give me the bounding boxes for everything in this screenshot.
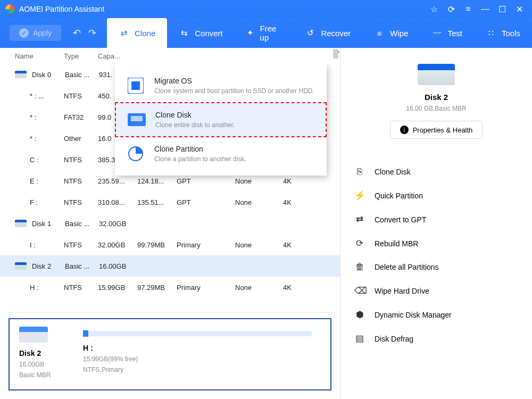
cell-partition-type: Primary bbox=[177, 284, 235, 292]
action-icon: ⚡ bbox=[354, 190, 365, 201]
action-icon: ⎘ bbox=[354, 167, 365, 177]
clone-menu-migrate-os[interactable]: Migrate OS Clone system and boot partiti… bbox=[115, 69, 327, 102]
app-logo-icon bbox=[5, 4, 15, 14]
divider bbox=[9, 312, 331, 313]
cell-sector: 4K bbox=[283, 198, 315, 206]
clone-menu-clone-disk[interactable]: Clone Disk Clone entire disk to another. bbox=[115, 102, 327, 137]
detail-disk-size: 16.00GB bbox=[19, 361, 62, 368]
cell-partition-type: GPT bbox=[177, 177, 235, 185]
svg-rect-1 bbox=[131, 81, 140, 90]
cell-capacity: 235.59... bbox=[98, 177, 137, 185]
side-action-clone-disk[interactable]: ⎘Clone Disk bbox=[351, 160, 521, 184]
minimize-icon[interactable]: — bbox=[478, 2, 493, 16]
disk-row[interactable]: Disk 2Basic ...16.00GB bbox=[0, 255, 340, 277]
cell-name: H : bbox=[30, 284, 64, 292]
cell-capacity: 16.00GB bbox=[99, 262, 138, 270]
detail-part-title: H : bbox=[83, 344, 312, 352]
toolbar-wipe[interactable]: ≡Wipe bbox=[362, 18, 420, 48]
partition-row[interactable]: H :NTFS15.99GB97.29MBPrimaryNone4K bbox=[0, 277, 340, 298]
col-type[interactable]: Type bbox=[64, 52, 98, 60]
title-bar: AOMEI Partition Assistant ☆ ⟳ ≡ — ☐ ✕ bbox=[0, 0, 532, 18]
apply-button[interactable]: ✓ Apply bbox=[10, 25, 61, 41]
toolbar-clone[interactable]: ⇄Clone bbox=[107, 18, 167, 48]
maximize-icon[interactable]: ☐ bbox=[495, 2, 510, 16]
disk-icon bbox=[19, 327, 48, 343]
cell-capacity: 310.08... bbox=[98, 198, 137, 206]
wipe-icon: ≡ bbox=[374, 28, 385, 38]
cell-type: FAT32 bbox=[64, 113, 98, 121]
clone-menu-icon bbox=[127, 77, 145, 95]
scroll-thumb[interactable] bbox=[333, 49, 338, 59]
test-icon: 〰 bbox=[431, 28, 442, 38]
apply-label: Apply bbox=[33, 29, 52, 37]
partition-row[interactable]: I :NTFS32.00GB99.79MBPrimaryNone4K bbox=[0, 234, 340, 255]
app-title: AOMEI Partition Assistant bbox=[19, 5, 427, 13]
disk-icon bbox=[418, 64, 455, 85]
properties-label: Properties & Health bbox=[413, 126, 473, 134]
action-icon: ⟳ bbox=[354, 238, 365, 249]
side-action-convert-to-gpt[interactable]: ⇄Convert to GPT bbox=[351, 207, 521, 231]
disk-icon bbox=[15, 262, 27, 270]
toolbar-test[interactable]: 〰Test bbox=[420, 18, 474, 48]
clone-menu-icon bbox=[127, 145, 145, 163]
cell-free: 99.79MB bbox=[137, 241, 177, 249]
toolbar-tools[interactable]: ∷Tools bbox=[474, 18, 532, 48]
cell-name: Disk 1 bbox=[32, 220, 65, 228]
action-icon: ⇄ bbox=[354, 214, 365, 225]
cell-partition-type: GPT bbox=[177, 198, 235, 206]
detail-disk-title: Disk 2 bbox=[19, 349, 62, 358]
action-label: Clone Disk bbox=[375, 168, 411, 176]
cell-type: NTFS bbox=[64, 284, 98, 292]
side-action-dynamic-disk-manager[interactable]: ⬢Dynamic Disk Manager bbox=[351, 303, 521, 327]
cell-partition-type: Primary bbox=[177, 241, 235, 249]
clone-menu-title: Migrate OS bbox=[154, 77, 314, 85]
cell-name: Disk 2 bbox=[32, 262, 65, 270]
toolbar-label: Convert bbox=[195, 29, 223, 38]
redo-icon[interactable]: ↷ bbox=[88, 27, 96, 39]
toolbar-label: Wipe bbox=[390, 29, 408, 38]
side-action-delete-all-partitions[interactable]: 🗑Delete all Partitions bbox=[351, 255, 521, 279]
col-name[interactable]: Name bbox=[15, 52, 64, 60]
clone-menu-desc: Clone a partition to another disk. bbox=[154, 155, 246, 163]
toolbar-label: Test bbox=[447, 29, 462, 38]
partition-row[interactable]: F :NTFS310.08...135.51...GPTNone4K bbox=[0, 192, 340, 213]
col-capacity[interactable]: Capa... bbox=[98, 52, 137, 60]
cell-type: Other bbox=[64, 135, 98, 143]
cell-flag: None bbox=[235, 198, 283, 206]
undo-icon[interactable]: ↶ bbox=[73, 27, 81, 39]
action-label: Quick Partition bbox=[375, 192, 423, 200]
side-action-disk-defrag[interactable]: ▤Disk Defrag bbox=[351, 327, 521, 351]
properties-button[interactable]: i Properties & Health bbox=[390, 121, 483, 139]
toolbar-label: Clone bbox=[135, 29, 155, 38]
info-icon: i bbox=[400, 126, 409, 134]
refresh-icon[interactable]: ⟳ bbox=[444, 2, 459, 16]
side-panel: Disk 2 16.00 GB,Basic MBR i Properties &… bbox=[340, 48, 532, 399]
close-icon[interactable]: ✕ bbox=[512, 2, 527, 16]
disk-icon bbox=[15, 220, 27, 227]
star-icon[interactable]: ☆ bbox=[427, 2, 442, 16]
toolbar-label: Free up bbox=[260, 24, 282, 42]
toolbar-convert[interactable]: ⇆Convert bbox=[167, 18, 235, 48]
cell-flag: None bbox=[235, 241, 283, 249]
clone-menu-title: Clone Partition bbox=[154, 145, 246, 153]
clone-menu-desc: Clone entire disk to another. bbox=[155, 121, 235, 129]
side-action-quick-partition[interactable]: ⚡Quick Partition bbox=[351, 184, 521, 207]
table-header: Name Type Capa... bbox=[0, 48, 340, 64]
clone-menu-icon bbox=[128, 111, 146, 129]
clone-menu-clone-partition[interactable]: Clone Partition Clone a partition to ano… bbox=[115, 137, 327, 170]
partition-bar[interactable] bbox=[83, 331, 312, 336]
toolbar-recover[interactable]: ↺Recover bbox=[293, 18, 362, 48]
disk-row[interactable]: Disk 1Basic ...32.00GB bbox=[0, 213, 340, 234]
cell-flag: None bbox=[235, 284, 283, 292]
scrollbar[interactable]: ▴ bbox=[330, 48, 340, 399]
cell-name: E : bbox=[30, 177, 64, 185]
side-action-rebuild-mbr[interactable]: ⟳Rebuild MBR bbox=[351, 231, 521, 255]
cell-flag: None bbox=[235, 177, 283, 185]
main-toolbar: ✓ Apply ↶ ↷ ⇄Clone⇆Convert✦Free up↺Recov… bbox=[0, 18, 532, 48]
cell-free: 124.18... bbox=[137, 177, 177, 185]
menu-icon[interactable]: ≡ bbox=[461, 2, 476, 16]
detail-panel: Disk 2 16.00GB Basic MBR H : 15.99GB(99%… bbox=[9, 318, 331, 390]
toolbar-label: Tools bbox=[502, 29, 520, 38]
toolbar-free-up[interactable]: ✦Free up bbox=[235, 18, 294, 48]
side-action-wipe-hard-drive[interactable]: ⌫Wipe Hard Drive bbox=[351, 279, 521, 303]
